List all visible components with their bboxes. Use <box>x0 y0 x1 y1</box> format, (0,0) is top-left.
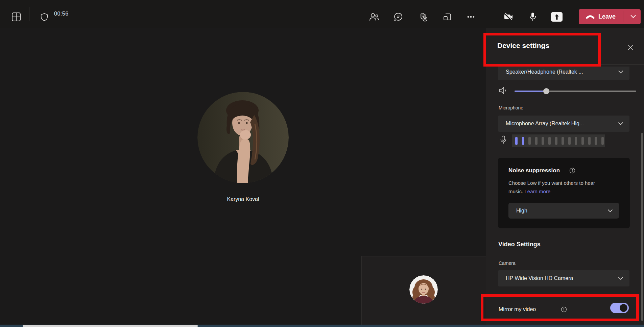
microphone-dropdown-value: Microphone Array (Realtek Hig... <box>506 121 584 127</box>
leave-label: Leave <box>598 13 616 20</box>
toggle-knob <box>620 304 627 312</box>
teams-meeting-window: 00:56 <box>0 0 644 327</box>
mic-level-segment <box>548 137 551 145</box>
mic-level-segment <box>535 137 538 145</box>
chevron-down-icon <box>618 122 623 125</box>
mic-level-segment <box>581 137 584 145</box>
chevron-down-icon <box>630 14 636 20</box>
mic-level-meter <box>512 134 605 147</box>
mic-level-segment <box>515 137 518 145</box>
speaker-dropdown-value: Speaker/Headphone (Realtek ... <box>506 69 583 75</box>
video-settings-heading: Video Settings <box>498 241 541 248</box>
meeting-timer: 00:56 <box>54 11 69 17</box>
camera-toggle-button[interactable] <box>501 9 516 24</box>
view-switcher-button[interactable] <box>9 9 24 24</box>
camera-dropdown-value: HP Wide Vision HD Camera <box>506 275 573 281</box>
noise-suppression-title: Noise suppression <box>508 167 560 174</box>
volume-slider-fill <box>515 91 546 92</box>
volume-slider-thumb[interactable] <box>543 88 549 94</box>
microphone-dropdown[interactable]: Microphone Array (Realtek Hig... <box>498 116 629 132</box>
panel-scrollbar[interactable] <box>641 133 643 321</box>
participant-avatar <box>197 92 289 183</box>
breakout-rooms-icon <box>443 12 452 22</box>
more-actions-button[interactable] <box>463 9 478 24</box>
share-button[interactable] <box>549 9 564 24</box>
more-icon <box>467 12 475 21</box>
close-panel-button[interactable] <box>624 42 637 54</box>
volume-slider[interactable] <box>515 91 636 92</box>
chat-icon <box>393 12 403 22</box>
volume-row <box>499 85 634 97</box>
leave-button[interactable]: Leave <box>579 9 641 24</box>
noise-description-text: Choose Low if you want others to hear mu… <box>508 180 595 194</box>
noise-suppression-dropdown[interactable]: High <box>508 203 619 219</box>
noise-suppression-value: High <box>516 208 527 214</box>
noise-suppression-card: Noise suppression Choose Low if you want… <box>498 158 630 228</box>
shield-icon <box>40 12 49 21</box>
mic-level-segment <box>555 137 557 145</box>
mic-level-segment <box>595 137 597 145</box>
mic-level-segment <box>575 137 577 145</box>
leave-button-divider <box>623 11 623 22</box>
mic-level-segment <box>522 137 524 145</box>
mirror-video-label: Mirror my video <box>499 306 536 312</box>
meeting-security-button[interactable] <box>37 9 52 24</box>
reactions-icon <box>418 12 428 22</box>
microphone-icon <box>528 12 537 22</box>
breakout-rooms-button[interactable] <box>440 9 455 24</box>
chevron-down-icon <box>607 209 613 212</box>
topbar-divider <box>29 7 29 21</box>
learn-more-link[interactable]: Learn more <box>525 188 551 194</box>
device-settings-panel: Device settings Speaker/Headphone (Realt… <box>486 28 644 325</box>
mic-level-segment <box>601 137 604 145</box>
camera-dropdown[interactable]: HP Wide Vision HD Camera <box>498 270 629 286</box>
info-icon[interactable] <box>569 168 575 174</box>
mic-level-segment <box>568 137 571 145</box>
mirror-video-toggle[interactable] <box>610 303 629 313</box>
participants-button[interactable] <box>367 9 382 24</box>
noise-suppression-description: Choose Low if you want others to hear mu… <box>508 179 611 196</box>
mic-level-segment <box>528 137 531 145</box>
mic-level-icon <box>500 135 507 147</box>
people-icon <box>369 12 380 22</box>
top-bar: 00:56 <box>0 0 644 28</box>
speaker-dropdown[interactable]: Speaker/Headphone (Realtek ... <box>498 67 629 80</box>
chevron-down-icon <box>618 277 623 280</box>
mic-toggle-button[interactable] <box>525 9 540 24</box>
camera-off-icon <box>503 12 514 22</box>
participant-name: Karyna Koval <box>192 196 294 202</box>
topbar-divider <box>490 7 490 21</box>
chat-button[interactable] <box>391 9 406 24</box>
camera-label: Camera <box>499 260 516 266</box>
speaker-icon <box>499 86 508 96</box>
horizontal-scrollbar[interactable] <box>23 325 198 327</box>
panel-title: Device settings <box>497 42 549 50</box>
microphone-label: Microphone <box>499 105 523 110</box>
leave-options-button[interactable] <box>626 9 641 24</box>
share-content-icon <box>551 12 563 22</box>
self-view-tile <box>361 256 486 325</box>
hangup-icon <box>586 14 595 20</box>
reactions-button[interactable] <box>416 9 431 24</box>
mic-level-segment <box>588 137 591 145</box>
info-icon[interactable] <box>561 306 567 312</box>
speaker-section: Speaker/Headphone (Realtek ... <box>498 67 629 80</box>
mic-level-segment <box>562 137 564 145</box>
close-icon <box>627 44 634 52</box>
mic-level-segment <box>542 137 544 145</box>
self-avatar <box>409 275 438 304</box>
panel-header-divider <box>486 64 644 65</box>
meeting-stage: Karyna Koval <box>0 28 486 325</box>
mic-level-row <box>500 134 605 147</box>
grid-icon <box>11 12 21 22</box>
chevron-down-icon <box>618 70 623 74</box>
